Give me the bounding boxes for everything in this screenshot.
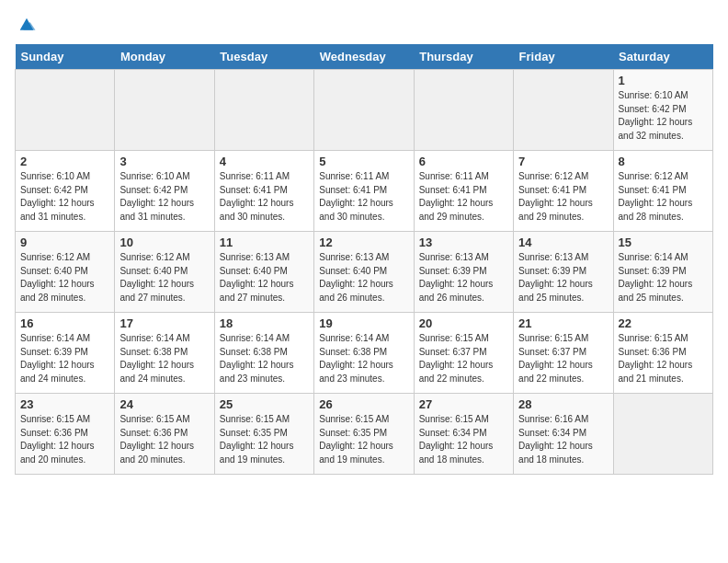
calendar-cell bbox=[613, 394, 712, 475]
calendar-cell: 11Sunrise: 6:13 AM Sunset: 6:40 PM Dayli… bbox=[214, 232, 313, 313]
calendar-cell: 17Sunrise: 6:14 AM Sunset: 6:38 PM Dayli… bbox=[115, 313, 214, 394]
logo-icon bbox=[17, 15, 37, 35]
day-header-saturday: Saturday bbox=[613, 44, 712, 70]
calendar-cell: 8Sunrise: 6:12 AM Sunset: 6:41 PM Daylig… bbox=[613, 151, 712, 232]
day-info: Sunrise: 6:13 AM Sunset: 6:40 PM Dayligh… bbox=[220, 251, 309, 304]
calendar-cell: 18Sunrise: 6:14 AM Sunset: 6:38 PM Dayli… bbox=[214, 313, 313, 394]
day-number: 28 bbox=[518, 397, 608, 411]
calendar-cell: 14Sunrise: 6:13 AM Sunset: 6:39 PM Dayli… bbox=[514, 232, 613, 313]
calendar-cell: 7Sunrise: 6:12 AM Sunset: 6:41 PM Daylig… bbox=[514, 151, 613, 232]
day-info: Sunrise: 6:15 AM Sunset: 6:36 PM Dayligh… bbox=[20, 413, 109, 466]
day-info: Sunrise: 6:11 AM Sunset: 6:41 PM Dayligh… bbox=[419, 170, 508, 224]
calendar-cell bbox=[314, 70, 414, 151]
day-header-wednesday: Wednesday bbox=[314, 44, 414, 70]
day-number: 25 bbox=[220, 397, 309, 411]
day-number: 20 bbox=[419, 316, 508, 330]
day-number: 19 bbox=[319, 316, 408, 330]
calendar-cell: 2Sunrise: 6:10 AM Sunset: 6:42 PM Daylig… bbox=[16, 151, 115, 232]
day-info: Sunrise: 6:13 AM Sunset: 6:39 PM Dayligh… bbox=[518, 251, 608, 304]
logo bbox=[15, 15, 39, 35]
calendar-cell: 13Sunrise: 6:13 AM Sunset: 6:39 PM Dayli… bbox=[414, 232, 513, 313]
day-info: Sunrise: 6:10 AM Sunset: 6:42 PM Dayligh… bbox=[119, 170, 209, 224]
calendar-cell bbox=[214, 70, 313, 151]
calendar-cell: 20Sunrise: 6:15 AM Sunset: 6:37 PM Dayli… bbox=[414, 313, 513, 394]
day-header-sunday: Sunday bbox=[16, 44, 115, 70]
calendar-cell bbox=[115, 70, 214, 151]
calendar-cell: 24Sunrise: 6:15 AM Sunset: 6:36 PM Dayli… bbox=[115, 394, 214, 475]
day-number: 1 bbox=[619, 74, 708, 87]
day-header-thursday: Thursday bbox=[414, 44, 513, 70]
day-number: 4 bbox=[220, 155, 309, 168]
day-number: 11 bbox=[220, 236, 309, 249]
calendar-cell: 25Sunrise: 6:15 AM Sunset: 6:35 PM Dayli… bbox=[214, 394, 313, 475]
calendar-cell: 27Sunrise: 6:15 AM Sunset: 6:34 PM Dayli… bbox=[414, 394, 513, 475]
calendar-cell: 3Sunrise: 6:10 AM Sunset: 6:42 PM Daylig… bbox=[115, 151, 214, 232]
day-info: Sunrise: 6:15 AM Sunset: 6:37 PM Dayligh… bbox=[419, 332, 508, 385]
day-info: Sunrise: 6:14 AM Sunset: 6:39 PM Dayligh… bbox=[20, 332, 109, 385]
day-number: 3 bbox=[119, 155, 209, 168]
calendar-cell: 9Sunrise: 6:12 AM Sunset: 6:40 PM Daylig… bbox=[16, 232, 115, 313]
day-info: Sunrise: 6:15 AM Sunset: 6:35 PM Dayligh… bbox=[220, 413, 309, 466]
day-info: Sunrise: 6:14 AM Sunset: 6:39 PM Dayligh… bbox=[619, 251, 708, 304]
calendar-cell: 21Sunrise: 6:15 AM Sunset: 6:37 PM Dayli… bbox=[514, 313, 613, 394]
day-number: 18 bbox=[220, 316, 309, 330]
day-info: Sunrise: 6:10 AM Sunset: 6:42 PM Dayligh… bbox=[619, 89, 708, 143]
calendar-cell: 19Sunrise: 6:14 AM Sunset: 6:38 PM Dayli… bbox=[314, 313, 414, 394]
calendar-cell: 6Sunrise: 6:11 AM Sunset: 6:41 PM Daylig… bbox=[414, 151, 513, 232]
calendar-cell: 26Sunrise: 6:15 AM Sunset: 6:35 PM Dayli… bbox=[314, 394, 414, 475]
day-number: 12 bbox=[319, 236, 408, 249]
day-info: Sunrise: 6:14 AM Sunset: 6:38 PM Dayligh… bbox=[119, 332, 209, 385]
day-info: Sunrise: 6:14 AM Sunset: 6:38 PM Dayligh… bbox=[319, 332, 408, 385]
calendar-cell: 22Sunrise: 6:15 AM Sunset: 6:36 PM Dayli… bbox=[613, 313, 712, 394]
day-number: 16 bbox=[20, 316, 109, 330]
day-info: Sunrise: 6:16 AM Sunset: 6:34 PM Dayligh… bbox=[518, 413, 608, 466]
day-number: 27 bbox=[419, 397, 508, 411]
day-number: 26 bbox=[319, 397, 408, 411]
day-info: Sunrise: 6:15 AM Sunset: 6:36 PM Dayligh… bbox=[619, 332, 708, 385]
day-header-tuesday: Tuesday bbox=[214, 44, 313, 70]
day-info: Sunrise: 6:14 AM Sunset: 6:38 PM Dayligh… bbox=[220, 332, 309, 385]
day-number: 13 bbox=[419, 236, 508, 249]
day-number: 9 bbox=[20, 236, 109, 249]
calendar-cell: 28Sunrise: 6:16 AM Sunset: 6:34 PM Dayli… bbox=[514, 394, 613, 475]
day-number: 17 bbox=[119, 316, 209, 330]
day-info: Sunrise: 6:15 AM Sunset: 6:36 PM Dayligh… bbox=[119, 413, 209, 466]
day-info: Sunrise: 6:12 AM Sunset: 6:41 PM Dayligh… bbox=[619, 170, 708, 224]
day-info: Sunrise: 6:12 AM Sunset: 6:40 PM Dayligh… bbox=[20, 251, 109, 304]
day-number: 14 bbox=[518, 236, 608, 249]
day-number: 22 bbox=[619, 316, 708, 330]
day-number: 10 bbox=[119, 236, 209, 249]
day-info: Sunrise: 6:11 AM Sunset: 6:41 PM Dayligh… bbox=[319, 170, 408, 224]
calendar-cell: 15Sunrise: 6:14 AM Sunset: 6:39 PM Dayli… bbox=[613, 232, 712, 313]
day-number: 24 bbox=[119, 397, 209, 411]
day-header-friday: Friday bbox=[514, 44, 613, 70]
calendar-table: SundayMondayTuesdayWednesdayThursdayFrid… bbox=[15, 44, 713, 475]
day-number: 5 bbox=[319, 155, 408, 168]
day-info: Sunrise: 6:15 AM Sunset: 6:37 PM Dayligh… bbox=[518, 332, 608, 385]
day-number: 7 bbox=[518, 155, 608, 168]
calendar-cell: 5Sunrise: 6:11 AM Sunset: 6:41 PM Daylig… bbox=[314, 151, 414, 232]
day-number: 23 bbox=[20, 397, 109, 411]
day-number: 6 bbox=[419, 155, 508, 168]
day-info: Sunrise: 6:11 AM Sunset: 6:41 PM Dayligh… bbox=[220, 170, 309, 224]
calendar-cell: 23Sunrise: 6:15 AM Sunset: 6:36 PM Dayli… bbox=[16, 394, 115, 475]
day-header-monday: Monday bbox=[115, 44, 214, 70]
day-info: Sunrise: 6:10 AM Sunset: 6:42 PM Dayligh… bbox=[20, 170, 109, 224]
day-info: Sunrise: 6:12 AM Sunset: 6:41 PM Dayligh… bbox=[518, 170, 608, 224]
calendar-cell bbox=[16, 70, 115, 151]
day-number: 8 bbox=[619, 155, 708, 168]
calendar-cell: 12Sunrise: 6:13 AM Sunset: 6:40 PM Dayli… bbox=[314, 232, 414, 313]
top-bar bbox=[15, 15, 713, 39]
day-info: Sunrise: 6:15 AM Sunset: 6:35 PM Dayligh… bbox=[319, 413, 408, 466]
day-number: 21 bbox=[518, 316, 608, 330]
day-info: Sunrise: 6:12 AM Sunset: 6:40 PM Dayligh… bbox=[119, 251, 209, 304]
day-info: Sunrise: 6:15 AM Sunset: 6:34 PM Dayligh… bbox=[419, 413, 508, 466]
day-number: 2 bbox=[20, 155, 109, 168]
calendar-cell: 16Sunrise: 6:14 AM Sunset: 6:39 PM Dayli… bbox=[16, 313, 115, 394]
calendar-cell bbox=[514, 70, 613, 151]
calendar-cell: 10Sunrise: 6:12 AM Sunset: 6:40 PM Dayli… bbox=[115, 232, 214, 313]
calendar-cell: 1Sunrise: 6:10 AM Sunset: 6:42 PM Daylig… bbox=[613, 70, 712, 151]
day-info: Sunrise: 6:13 AM Sunset: 6:39 PM Dayligh… bbox=[419, 251, 508, 304]
day-info: Sunrise: 6:13 AM Sunset: 6:40 PM Dayligh… bbox=[319, 251, 408, 304]
day-number: 15 bbox=[619, 236, 708, 249]
